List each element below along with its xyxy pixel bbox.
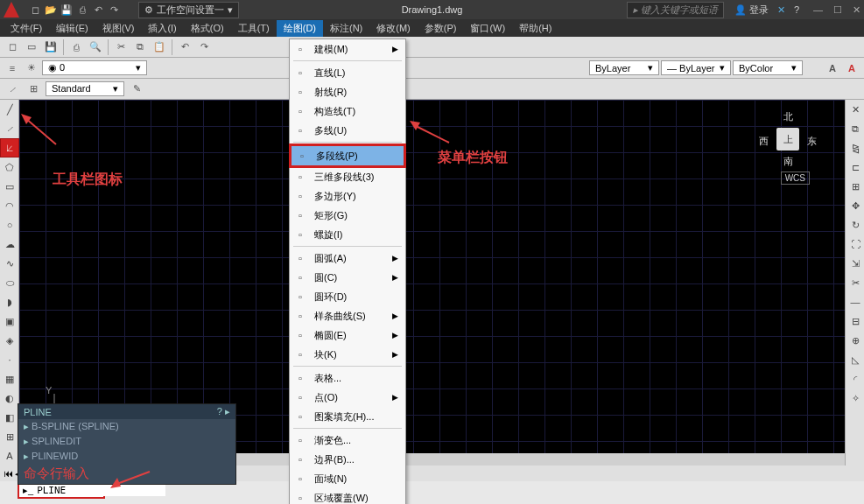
viewcube-south[interactable]: 南	[783, 155, 793, 168]
menu-option[interactable]: ▫点(O)▶	[290, 388, 405, 407]
polyline-icon[interactable]: ⟀	[0, 138, 19, 158]
menu-option[interactable]: ▫多边形(Y)	[290, 186, 405, 206]
scale-icon[interactable]: ⛶	[846, 234, 864, 254]
menu-option[interactable]: ▫块(K)▶	[290, 345, 405, 364]
cut-icon[interactable]: ✂	[112, 38, 130, 56]
menu-item[interactable]: 修改(M)	[369, 20, 418, 37]
redo-icon[interactable]: ↷	[195, 38, 213, 56]
table-icon[interactable]: ⊞	[0, 427, 19, 446]
new-icon[interactable]: ◻	[28, 3, 42, 17]
menu-option[interactable]: ▫区域覆盖(W)	[290, 488, 405, 504]
tab-nav-first-icon[interactable]: ⏮	[4, 468, 13, 479]
maximize-button[interactable]: ☐	[833, 4, 842, 16]
menu-option[interactable]: ▫样条曲线(S)▶	[290, 306, 405, 326]
point-icon[interactable]: ·	[0, 350, 19, 369]
rectangle-icon[interactable]: ▭	[0, 177, 19, 196]
layer-props-icon[interactable]: ≡	[4, 60, 21, 77]
xline-icon[interactable]: ⟋	[0, 119, 19, 138]
copy-icon[interactable]: ⧉	[131, 38, 149, 56]
menu-item[interactable]: 绘图(D)	[277, 20, 323, 37]
table-style-icon[interactable]: ⊞	[25, 80, 42, 98]
help-icon[interactable]: ?	[794, 4, 799, 15]
close-icon[interactable]: ▸	[225, 406, 230, 416]
menu-option[interactable]: ▫圆弧(A)▶	[290, 248, 405, 268]
hatch-icon[interactable]: ▦	[0, 369, 19, 388]
text-style-a-icon[interactable]: A	[824, 60, 841, 77]
trim-icon[interactable]: ✂	[846, 273, 864, 292]
menu-option[interactable]: ▫渐变色...	[290, 430, 405, 450]
break-icon[interactable]: ⊟	[846, 312, 864, 331]
ellipse-icon[interactable]: ⬭	[0, 273, 19, 292]
app-logo[interactable]	[4, 2, 19, 18]
dim-style-icon[interactable]: ⟋	[4, 80, 21, 98]
gradient-icon[interactable]: ◐	[0, 388, 19, 408]
menu-option[interactable]: ▫图案填充(H)...	[290, 407, 405, 426]
exchange-icon[interactable]: ✕	[777, 4, 785, 16]
viewcube-east[interactable]: 东	[807, 135, 817, 148]
copy-icon[interactable]: ⧉	[846, 119, 864, 138]
circle-icon[interactable]: ○	[0, 215, 19, 234]
menu-option[interactable]: ▫矩形(G)	[290, 206, 405, 225]
paste-icon[interactable]: 📋	[151, 38, 168, 56]
search-input[interactable]: ▸ 键入关键字或短语	[627, 2, 724, 18]
redo-icon[interactable]: ↷	[107, 3, 121, 17]
command-suggestion[interactable]: ▸ B-SPLINE (SPLINE)	[18, 419, 235, 434]
arc-icon[interactable]: ◠	[0, 196, 19, 215]
insert-block-icon[interactable]: ▣	[0, 312, 19, 331]
menu-item[interactable]: 格式(O)	[184, 20, 231, 37]
offset-icon[interactable]: ⊏	[846, 158, 864, 177]
menu-item[interactable]: 视图(V)	[95, 20, 142, 37]
menu-item[interactable]: 帮助(H)	[512, 20, 558, 37]
preview-icon[interactable]: 🔍	[87, 38, 104, 56]
linetype-selector[interactable]: — ByLayer▾	[661, 60, 731, 75]
revcloud-icon[interactable]: ☁	[0, 234, 19, 254]
menu-item[interactable]: 插入(I)	[141, 20, 183, 37]
chamfer-icon[interactable]: ◺	[846, 350, 864, 369]
ellipse-arc-icon[interactable]: ◗	[0, 292, 19, 312]
close-button[interactable]: ✕	[853, 4, 860, 16]
save-icon[interactable]: 💾	[42, 38, 60, 56]
mtext-icon[interactable]: A	[0, 446, 19, 466]
viewcube-top[interactable]: 上	[776, 128, 799, 150]
join-icon[interactable]: ⊕	[846, 331, 864, 350]
layer-selector[interactable]: ◉ 0▾	[42, 60, 147, 75]
erase-icon[interactable]: ✕	[846, 100, 864, 119]
line-icon[interactable]: ╱	[0, 100, 19, 119]
spline-icon[interactable]: ∿	[0, 254, 19, 273]
menu-item[interactable]: 文件(F)	[4, 20, 49, 37]
menu-item[interactable]: 工具(T)	[231, 20, 277, 37]
undo-icon[interactable]: ↶	[91, 3, 105, 17]
viewcube-west[interactable]: 西	[759, 135, 769, 148]
menu-item[interactable]: 编辑(E)	[49, 20, 95, 37]
menu-option[interactable]: ▫三维多段线(3)	[290, 167, 405, 186]
text-style-selector[interactable]: Standard▾	[46, 81, 124, 96]
menu-option[interactable]: ▫射线(R)	[290, 82, 405, 102]
new-icon[interactable]: ◻	[4, 38, 21, 56]
menu-option[interactable]: ▫构造线(T)	[290, 102, 405, 121]
menu-option[interactable]: ▫面域(N)	[290, 469, 405, 488]
menu-option[interactable]: ▫圆(C)▶	[290, 268, 405, 287]
help-icon[interactable]: ?	[217, 406, 222, 416]
menu-option[interactable]: ▫多线(U)	[290, 121, 405, 140]
command-suggestion[interactable]: ▸ SPLINEDIT	[18, 434, 235, 449]
workspace-selector[interactable]: ⚙ 工作空间设置一 ▾	[138, 2, 239, 18]
save-icon[interactable]: 💾	[60, 3, 74, 17]
viewcube[interactable]: 北 南 东 西 上	[757, 108, 818, 170]
print-icon[interactable]: ⎙	[67, 38, 85, 56]
menu-item[interactable]: 窗口(W)	[463, 20, 512, 37]
array-icon[interactable]: ⊞	[846, 177, 864, 196]
text-style-a2-icon[interactable]: A	[843, 60, 860, 77]
layer-states-icon[interactable]: ☀	[23, 60, 40, 77]
fillet-icon[interactable]: ◜	[846, 369, 864, 388]
color-selector[interactable]: ByLayer▾	[589, 60, 659, 75]
open-icon[interactable]: ▭	[23, 38, 40, 56]
mirror-icon[interactable]: ⧎	[846, 138, 864, 158]
viewcube-north[interactable]: 北	[783, 110, 793, 123]
menu-option[interactable]: ▫边界(B)...	[290, 450, 405, 469]
stretch-icon[interactable]: ⇲	[846, 254, 864, 273]
rotate-icon[interactable]: ↻	[846, 215, 864, 234]
undo-icon[interactable]: ↶	[176, 38, 193, 56]
move-icon[interactable]: ✥	[846, 196, 864, 215]
lineweight-selector[interactable]: ByColor▾	[733, 60, 803, 75]
print-icon[interactable]: ⎙	[75, 3, 89, 17]
